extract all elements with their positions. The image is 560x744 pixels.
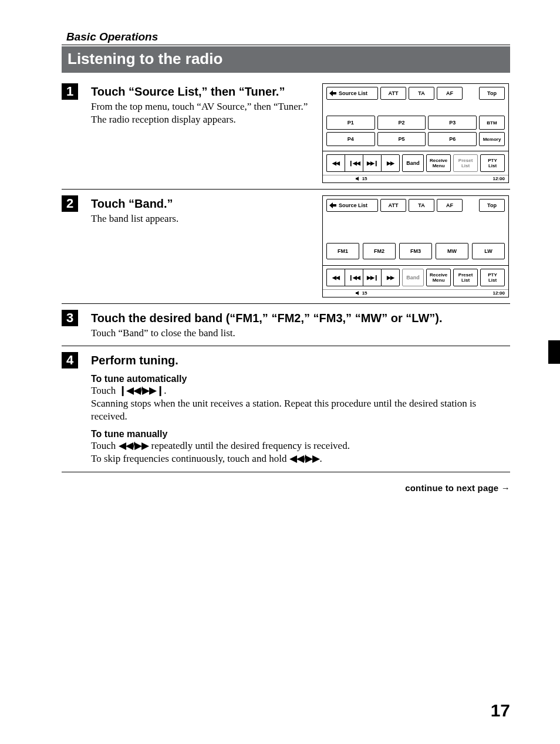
step-1-heading: Touch “Source List,” then “Tuner.”	[91, 84, 315, 99]
clock-indicator: 12:00	[493, 176, 505, 181]
top-button-2[interactable]: Top	[479, 199, 505, 212]
step-3-heading: Touch the desired band (“FM1,” “FM2,” “F…	[91, 311, 503, 326]
btm-button[interactable]: BTM	[479, 116, 505, 130]
clock-indicator-2: 12:00	[493, 290, 505, 296]
step-2-body-1: The band list appears.	[91, 212, 315, 225]
forward-button-2[interactable]: ▶▶	[381, 269, 400, 286]
step-3: 3 Touch the desired band (“FM1,” “FM2,” …	[62, 310, 510, 346]
preset-p2[interactable]: P2	[377, 116, 426, 130]
volume-icon	[356, 177, 360, 181]
band-button[interactable]: Band	[402, 154, 424, 172]
att-button-2[interactable]: ATT	[380, 199, 406, 212]
band-button-2[interactable]: Band	[402, 269, 424, 286]
radio-screenshot-1: Source List ATT TA AF Top P1	[322, 83, 509, 183]
step-4-heading: Perform tuning.	[91, 353, 503, 368]
step-number-1: 1	[62, 83, 78, 100]
preset-p5[interactable]: P5	[377, 132, 426, 146]
volume-icon	[356, 291, 360, 295]
af-button[interactable]: AF	[437, 87, 463, 100]
source-list-button-2[interactable]: Source List	[326, 199, 378, 212]
radio-screenshot-2: Source List ATT TA AF Top FM1 FM2 FM3	[322, 195, 509, 297]
manual-tune-line-2: To skip frequencies continuously, touch …	[91, 452, 503, 465]
step-number-3: 3	[62, 310, 78, 326]
band-fm3[interactable]: FM3	[399, 243, 432, 259]
receive-menu-button-2[interactable]: ReceiveMenu	[426, 269, 451, 286]
att-button[interactable]: ATT	[380, 87, 406, 100]
preset-p6[interactable]: P6	[428, 132, 477, 146]
step-1-body-1: From the top menu, touch “AV Source,” th…	[91, 100, 315, 113]
volume-indicator-2: 15	[326, 290, 397, 296]
prev-button-2[interactable]: ❙◀◀	[345, 269, 363, 286]
step-4: 4 Perform tuning. To tune automatically …	[62, 352, 510, 472]
manual-tune-heading: To tune manually	[91, 429, 503, 439]
preset-p4[interactable]: P4	[326, 132, 375, 146]
back-icon	[329, 202, 336, 208]
preset-p1[interactable]: P1	[326, 116, 375, 130]
band-mw[interactable]: MW	[436, 243, 468, 259]
step-1: 1 Touch “Source List,” then “Tuner.” Fro…	[62, 83, 510, 190]
next-button-2[interactable]: ▶▶❙	[363, 269, 381, 286]
receive-menu-button[interactable]: ReceiveMenu	[426, 154, 451, 172]
band-fm2[interactable]: FM2	[363, 243, 396, 259]
auto-tune-line-2: Scanning stops when the unit receives a …	[91, 397, 503, 423]
memory-button[interactable]: Memory	[479, 132, 505, 146]
rewind-button-2[interactable]: ◀◀	[326, 269, 345, 286]
basic-operations-heading: Basic Operations	[62, 29, 510, 45]
af-button-2[interactable]: AF	[437, 199, 463, 212]
ta-button-2[interactable]: TA	[409, 199, 434, 212]
auto-tune-line-1: Touch ❙◀◀/▶▶❙.	[91, 384, 503, 397]
edge-tab-marker	[548, 340, 560, 364]
step-1-body-2: The radio reception display appears.	[91, 113, 315, 126]
step-number-2: 2	[62, 195, 78, 212]
back-icon	[329, 90, 336, 96]
source-list-button[interactable]: Source List	[326, 87, 378, 100]
preset-list-button[interactable]: PresetList	[453, 154, 478, 172]
rewind-button[interactable]: ◀◀	[326, 154, 345, 172]
band-fm1[interactable]: FM1	[326, 243, 359, 259]
step-2: 2 Touch “Band.” The band list appears. S…	[62, 195, 510, 304]
manual-icon: ◀◀/▶▶	[119, 440, 149, 451]
page-number: 17	[491, 701, 510, 721]
band-lw[interactable]: LW	[472, 243, 505, 259]
manual-tune-line-1: Touch ◀◀/▶▶ repeatedly until the desired…	[91, 439, 503, 452]
section-title: Listening to the radio	[62, 46, 510, 73]
top-button[interactable]: Top	[479, 87, 505, 100]
arrow-right-icon: →	[501, 483, 510, 493]
volume-indicator: 15	[326, 176, 397, 181]
next-button[interactable]: ▶▶❙	[363, 154, 381, 172]
seek-icon: ❙◀◀/▶▶❙	[119, 385, 164, 396]
preset-list-button-2[interactable]: PresetList	[453, 269, 478, 286]
pty-list-button[interactable]: PTYList	[480, 154, 505, 172]
auto-tune-heading: To tune automatically	[91, 374, 503, 384]
continue-next-page: continue to next page →	[62, 483, 510, 493]
preset-p3[interactable]: P3	[428, 116, 477, 130]
step-number-4: 4	[62, 352, 78, 368]
manual-icon-2: ◀◀/▶▶	[289, 453, 320, 464]
forward-button[interactable]: ▶▶	[381, 154, 400, 172]
ta-button[interactable]: TA	[409, 87, 434, 100]
prev-button[interactable]: ❙◀◀	[345, 154, 363, 172]
step-3-body-1: Touch “Band” to close the band list.	[91, 327, 503, 340]
step-2-heading: Touch “Band.”	[91, 197, 315, 211]
pty-list-button-2[interactable]: PTYList	[480, 269, 505, 286]
